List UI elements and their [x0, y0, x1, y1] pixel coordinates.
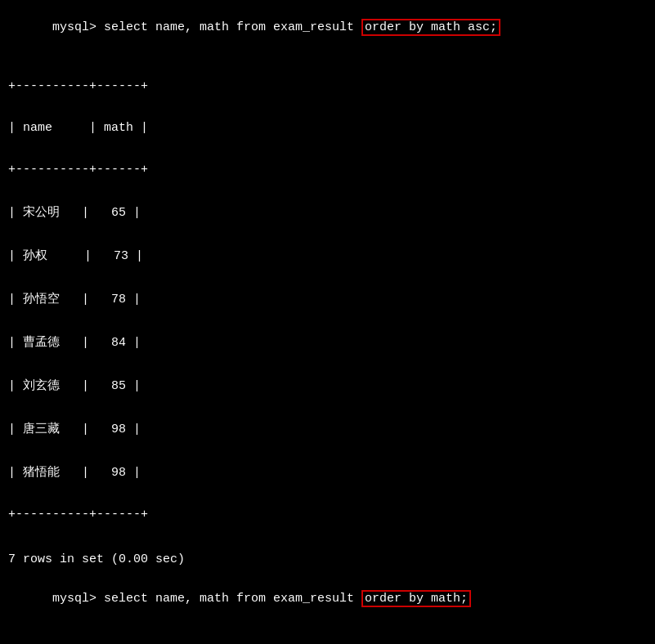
bottom-border-1: +----------+------+ — [8, 508, 647, 521]
row-1-7: | 猪悟能 | 98 | — [8, 464, 647, 480]
prompt-1: mysql> — [52, 20, 104, 34]
table-1: +----------+------+ | name | math | +---… — [8, 51, 647, 549]
row-1-6: | 唐三藏 | 98 | — [8, 421, 647, 436]
query-block-1: mysql> select name, math from exam_resul… — [8, 7, 647, 566]
prompt-2: mysql> — [52, 592, 104, 606]
command-before-1: select name, math from exam_result — [104, 20, 361, 34]
command-line-2: mysql> select name, math from exam_resul… — [8, 578, 647, 619]
highlight-2: order by math; — [361, 590, 471, 607]
terminal: mysql> select name, math from exam_resul… — [8, 7, 647, 644]
row-1-4: | 曹孟德 | 84 | — [8, 334, 647, 350]
row-1-3: | 孙悟空 | 78 | — [8, 291, 647, 306]
row-1-5: | 刘玄德 | 85 | — [8, 378, 647, 393]
summary-1: 7 rows in set (0.00 sec) — [8, 552, 647, 566]
row-1-2: | 孙权 | 73 | — [8, 248, 647, 263]
command-before-2: select name, math from exam_result — [104, 592, 361, 606]
header-1: | name | math | — [8, 121, 647, 135]
highlight-1: order by math asc; — [361, 19, 500, 36]
mid-border-1: +----------+------+ — [8, 163, 647, 177]
top-border-1: +----------+------+ — [8, 79, 647, 93]
row-1-1: | 宋公明 | 65 | — [8, 204, 647, 220]
command-line-1: mysql> select name, math from exam_resul… — [8, 7, 647, 48]
table-2: +----------+------+ | name | math | +---… — [8, 623, 647, 644]
query-block-2: mysql> select name, math from exam_resul… — [8, 578, 647, 644]
